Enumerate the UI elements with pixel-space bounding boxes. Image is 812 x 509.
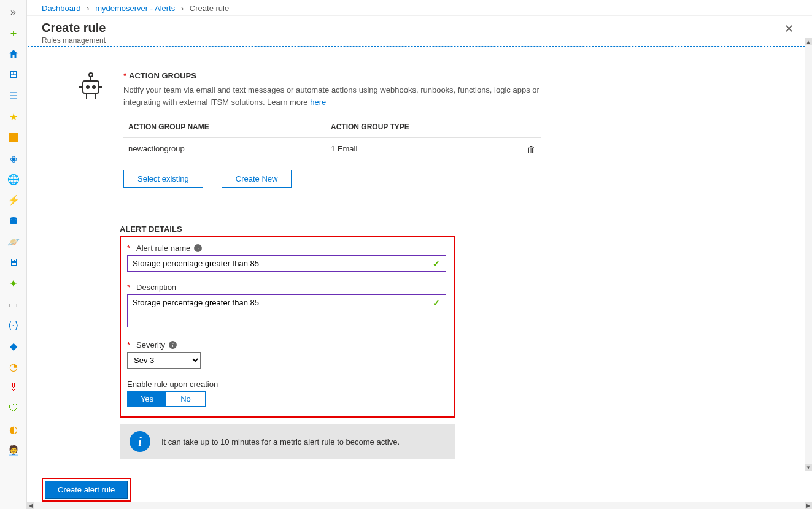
svg-rect-9	[15, 136, 18, 139]
valid-check-icon: ✓	[433, 259, 440, 269]
create-button-highlight: Create alert rule	[42, 478, 131, 502]
info-circle-icon: i	[130, 431, 150, 452]
main-area: Dashboard › mydemoserver - Alerts › Crea…	[27, 0, 812, 509]
svg-point-18	[92, 85, 96, 89]
robot-icon	[77, 71, 105, 104]
svg-rect-6	[15, 133, 18, 136]
star-icon[interactable]: ★	[5, 109, 22, 124]
home-icon[interactable]	[5, 47, 22, 61]
add-icon[interactable]: ＋	[5, 26, 22, 40]
left-nav-sidebar: » ＋ ☰ ★ ◈ 🌐 ⚡ 🪐 🖥 ✦ ▭ ⟨·⟩ ◆ ◔ 🎖 🛡 ◐ 🧑‍💼	[0, 0, 27, 509]
description-input[interactable]: Storage percentage greater than 85	[127, 294, 446, 327]
shield-icon[interactable]: 🛡	[5, 401, 22, 416]
svg-point-17	[86, 85, 90, 89]
svg-rect-4	[9, 133, 12, 136]
valid-check-icon: ✓	[433, 298, 440, 308]
storage-icon[interactable]: ▭	[5, 297, 22, 312]
delete-icon[interactable]: 🗑	[527, 144, 536, 155]
list-icon[interactable]: ☰	[5, 88, 22, 103]
breadcrumb-current: Create rule	[190, 4, 229, 13]
svg-rect-7	[9, 136, 12, 139]
alert-details-heading: ALERT DETAILS	[120, 224, 775, 234]
learn-more-link[interactable]: here	[310, 98, 326, 107]
svg-rect-12	[15, 139, 18, 142]
svg-point-14	[89, 73, 93, 77]
function-icon[interactable]: ⚡	[5, 193, 22, 207]
action-groups-title: ACTION GROUPS	[129, 71, 196, 80]
svg-rect-8	[12, 136, 15, 139]
svg-rect-11	[12, 139, 15, 142]
enable-toggle[interactable]: Yes No	[127, 391, 206, 407]
svg-rect-5	[12, 133, 15, 136]
action-group-table: ACTION GROUP NAME ACTION GROUP TYPE newa…	[123, 117, 541, 161]
vertical-scrollbar[interactable]: ▲ ▼	[805, 38, 812, 471]
ag-col-name-header: ACTION GROUP NAME	[128, 123, 331, 131]
svg-rect-0	[10, 71, 17, 78]
svg-rect-2	[14, 72, 15, 74]
grid-icon[interactable]	[5, 130, 22, 145]
alert-name-label: Alert rule name	[136, 243, 190, 253]
svg-rect-1	[11, 72, 13, 74]
page-subtitle: Rules management	[42, 36, 106, 45]
ag-row-type: 1 Email	[331, 144, 503, 155]
action-groups-desc: Notify your team via email and text mess…	[123, 84, 553, 108]
close-icon[interactable]: ✕	[781, 21, 797, 37]
info-banner: i It can take up to 10 minutes for a met…	[120, 424, 455, 459]
info-icon[interactable]: i	[169, 341, 177, 349]
ag-col-type-header: ACTION GROUP TYPE	[331, 123, 503, 131]
alert-rule-name-input[interactable]	[127, 255, 446, 272]
description-label: Description	[136, 283, 176, 292]
sql-icon[interactable]	[5, 213, 22, 228]
expand-icon[interactable]: »	[5, 5, 22, 20]
svg-rect-16	[83, 81, 99, 93]
svg-point-13	[10, 217, 17, 220]
security-icon[interactable]: 🎖	[5, 380, 22, 395]
severity-label: Severity	[136, 340, 165, 350]
toggle-yes[interactable]: Yes	[128, 392, 166, 406]
vnet-icon[interactable]: ⟨·⟩	[5, 318, 22, 332]
enable-label: Enable rule upon creation	[127, 380, 218, 389]
breadcrumb-link-1[interactable]: mydemoserver - Alerts	[95, 4, 175, 13]
svg-rect-10	[9, 139, 12, 142]
diamond-icon[interactable]: ◆	[5, 339, 22, 353]
create-alert-rule-button[interactable]: Create alert rule	[45, 481, 128, 499]
cost-icon[interactable]: ◐	[5, 422, 22, 437]
action-group-row: newactiongroup 1 Email 🗑	[123, 138, 541, 161]
cube-icon[interactable]: ◈	[5, 151, 22, 166]
dashboard-icon[interactable]	[5, 67, 22, 82]
create-new-button[interactable]: Create New	[222, 170, 292, 188]
severity-select[interactable]: Sev 3	[127, 352, 201, 369]
load-balancer-icon[interactable]: ✦	[5, 276, 22, 291]
support-icon[interactable]: 🧑‍💼	[5, 443, 22, 457]
advisor-icon[interactable]: ◔	[5, 359, 22, 374]
horizontal-scrollbar[interactable]: ◀ ▶	[27, 502, 812, 509]
page-header: Create rule Rules management ✕	[27, 16, 812, 46]
info-banner-text: It can take up to 10 minutes for a metri…	[161, 437, 400, 446]
select-existing-button[interactable]: Select existing	[123, 170, 203, 188]
svg-rect-3	[11, 75, 16, 77]
alert-details-highlight: *Alert rule name i ✓ *Description Storag…	[120, 236, 455, 418]
globe-icon[interactable]: 🌐	[5, 172, 22, 186]
breadcrumb-link-0[interactable]: Dashboard	[42, 4, 81, 13]
ag-row-name: newactiongroup	[128, 144, 331, 155]
cosmos-icon[interactable]: 🪐	[5, 234, 22, 249]
toggle-no[interactable]: No	[166, 392, 205, 406]
monitor-icon[interactable]: 🖥	[5, 255, 22, 270]
page-title: Create rule	[42, 21, 106, 35]
breadcrumb: Dashboard › mydemoserver - Alerts › Crea…	[27, 0, 812, 16]
info-icon[interactable]: i	[194, 244, 202, 252]
